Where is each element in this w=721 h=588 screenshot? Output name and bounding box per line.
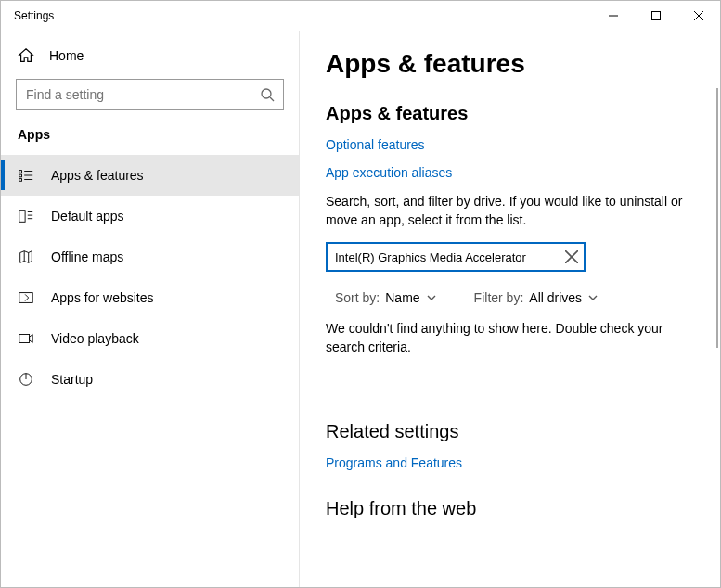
- close-icon: [694, 11, 703, 20]
- help-web-heading: Help from the web: [326, 498, 694, 519]
- filter-value: All drives: [529, 290, 582, 305]
- programs-features-link[interactable]: Programs and Features: [326, 455, 694, 470]
- app-search-wrap: [326, 242, 586, 272]
- clear-search-button[interactable]: [565, 250, 578, 263]
- content-area: Apps & features Apps & features Optional…: [300, 31, 720, 587]
- sidebar-item-video-playback[interactable]: Video playback: [1, 318, 299, 359]
- home-icon: [18, 47, 34, 64]
- app-execution-aliases-link[interactable]: App execution aliases: [326, 165, 694, 180]
- sort-by-dropdown[interactable]: Sort by: Name: [335, 290, 437, 305]
- search-icon: [260, 87, 275, 102]
- filter-label: Filter by:: [474, 290, 524, 305]
- empty-results-text: We couldn't find anything to show here. …: [326, 320, 694, 356]
- svg-point-4: [262, 89, 271, 98]
- app-search-input[interactable]: [326, 242, 586, 272]
- related-settings-heading: Related settings: [326, 421, 694, 442]
- sidebar: Home Apps Apps & features Default apps O…: [1, 31, 300, 587]
- window-title: Settings: [14, 9, 54, 22]
- nav-label: Startup: [51, 372, 93, 387]
- optional-features-link[interactable]: Optional features: [326, 137, 694, 152]
- svg-rect-7: [19, 174, 22, 177]
- svg-rect-6: [19, 171, 22, 173]
- window-controls: [592, 1, 720, 31]
- maximize-button[interactable]: [635, 1, 677, 31]
- apps-websites-icon: [18, 289, 34, 306]
- nav-label: Video playback: [51, 331, 139, 346]
- minimize-button[interactable]: [592, 1, 635, 31]
- filter-row: Sort by: Name Filter by: All drives: [326, 290, 694, 305]
- sidebar-item-apps-features[interactable]: Apps & features: [1, 155, 299, 196]
- nav-label: Offline maps: [51, 249, 123, 264]
- page-title: Apps & features: [326, 49, 694, 79]
- maximize-icon: [651, 11, 661, 20]
- scrollbar[interactable]: [716, 88, 718, 348]
- home-nav[interactable]: Home: [1, 40, 299, 71]
- sidebar-item-startup[interactable]: Startup: [1, 359, 299, 400]
- default-apps-icon: [18, 208, 34, 224]
- svg-marker-20: [30, 335, 33, 343]
- chevron-down-icon: [426, 292, 437, 303]
- close-button[interactable]: [677, 1, 720, 31]
- sidebar-section-label: Apps: [1, 127, 299, 155]
- svg-rect-12: [19, 211, 25, 223]
- sort-label: Sort by:: [335, 290, 380, 305]
- section-subtitle: Apps & features: [326, 103, 694, 124]
- startup-icon: [18, 371, 34, 388]
- sidebar-item-default-apps[interactable]: Default apps: [1, 196, 299, 236]
- home-label: Home: [49, 48, 84, 63]
- offline-maps-icon: [18, 249, 34, 265]
- nav-label: Apps & features: [51, 168, 144, 183]
- svg-rect-18: [19, 293, 32, 303]
- svg-line-5: [270, 97, 274, 101]
- svg-rect-19: [19, 335, 30, 343]
- video-playback-icon: [18, 330, 34, 347]
- minimize-icon: [609, 11, 618, 20]
- svg-rect-8: [19, 179, 22, 182]
- apps-features-icon: [18, 167, 34, 184]
- svg-rect-1: [652, 12, 661, 20]
- sidebar-item-offline-maps[interactable]: Offline maps: [1, 236, 299, 277]
- chevron-down-icon: [587, 292, 599, 303]
- titlebar: Settings: [1, 1, 720, 31]
- settings-search-wrap: [16, 79, 284, 110]
- nav-label: Default apps: [51, 209, 124, 224]
- sidebar-item-apps-websites[interactable]: Apps for websites: [1, 277, 299, 318]
- filter-by-dropdown[interactable]: Filter by: All drives: [474, 290, 599, 305]
- helper-text: Search, sort, and filter by drive. If yo…: [326, 193, 694, 229]
- nav-label: Apps for websites: [51, 290, 154, 305]
- settings-search-input[interactable]: [16, 79, 284, 110]
- sort-value: Name: [385, 290, 419, 305]
